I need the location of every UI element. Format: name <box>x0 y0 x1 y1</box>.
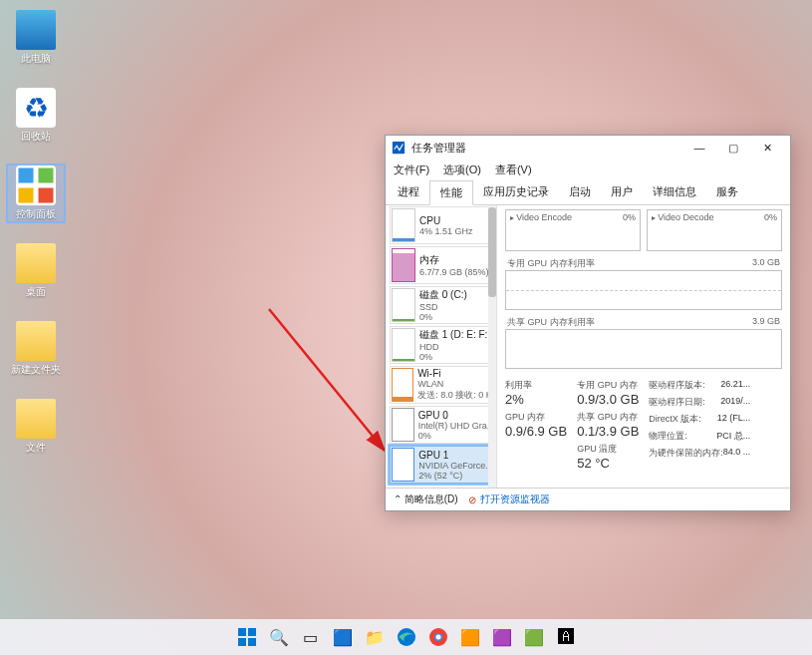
shared-gpu-memory-chart[interactable] <box>505 329 782 369</box>
titlebar[interactable]: 任务管理器 — ▢ ✕ <box>386 136 790 160</box>
wifi-thumb <box>392 368 413 402</box>
desktop-icon-folder3[interactable]: 文件 <box>8 399 64 455</box>
svg-rect-0 <box>19 168 34 183</box>
start-button[interactable] <box>234 624 260 650</box>
sidebar-sub: 2% (52 °C) <box>418 471 490 481</box>
tab-users[interactable]: 用户 <box>601 180 643 204</box>
desktop-label: 此电脑 <box>21 52 51 66</box>
tab-app-history[interactable]: 应用历史记录 <box>473 180 559 204</box>
kv-key: 物理位置: <box>649 430 687 443</box>
desktop-icon-recycle[interactable]: ♻ 回收站 <box>8 88 64 144</box>
video-decode-chart[interactable]: Video Decode 0% <box>647 209 782 251</box>
svg-rect-8 <box>238 638 246 646</box>
tab-performance[interactable]: 性能 <box>429 180 473 205</box>
sidebar-gpu0[interactable]: GPU 0Intel(R) UHD Gra...0% <box>390 406 492 444</box>
desktop-icon-control[interactable]: 控制面板 <box>8 165 64 221</box>
maximize-button[interactable]: ▢ <box>716 136 750 160</box>
sidebar-title: 内存 <box>419 253 489 267</box>
sidebar-memory[interactable]: 内存6.7/7.9 GB (85%) <box>390 246 492 284</box>
sidebar-title: GPU 0 <box>418 410 490 421</box>
sidebar-sub: SSD <box>419 302 467 312</box>
control-panel-icon <box>16 165 56 205</box>
fewer-details-label: 简略信息(D) <box>405 493 458 504</box>
cpu-thumb <box>392 208 415 242</box>
svg-rect-5 <box>393 142 405 154</box>
desktop-icon-folder2[interactable]: 新建文件夹 <box>8 321 64 377</box>
folder-icon <box>16 399 56 439</box>
sidebar-sub: 4% 1.51 GHz <box>419 226 473 236</box>
kv-key: 驱动程序版本: <box>649 379 705 392</box>
memory-thumb <box>392 248 415 282</box>
search-icon[interactable]: 🔍 <box>266 624 292 650</box>
desktop-icons: 此电脑 ♻ 回收站 控制面板 桌面 新建文件夹 文件 <box>8 10 64 455</box>
sidebar-wifi[interactable]: Wi-FiWLAN发送: 8.0 接收: 0 Kb <box>390 366 492 404</box>
sidebar-title: GPU 1 <box>418 450 490 461</box>
svg-line-4 <box>269 309 385 451</box>
kv-key: 为硬件保留的内存: <box>649 447 723 460</box>
desktop-icon-pc[interactable]: 此电脑 <box>8 10 64 66</box>
sidebar-sub: Intel(R) UHD Gra... <box>418 421 490 431</box>
edge-icon[interactable] <box>394 624 419 650</box>
chart-label: Video Decode <box>652 212 714 222</box>
chart-pct: 0% <box>623 212 636 222</box>
tab-startup[interactable]: 启动 <box>559 180 601 204</box>
chrome-icon[interactable] <box>425 624 451 650</box>
svg-rect-3 <box>39 188 54 203</box>
close-button[interactable]: ✕ <box>750 136 784 160</box>
desktop-label: 新建文件夹 <box>11 363 61 377</box>
svg-rect-1 <box>39 168 54 183</box>
tab-processes[interactable]: 进程 <box>388 180 429 204</box>
chart-label: Video Encode <box>510 212 572 222</box>
menu-options[interactable]: 选项(O) <box>443 163 481 177</box>
section-label: 专用 GPU 内存利用率 <box>507 257 595 270</box>
window-footer: ⌃ 简略信息(D) ⊘打开资源监视器 <box>386 488 790 510</box>
kv-key: 驱动程序日期: <box>649 396 705 409</box>
open-resource-monitor-link[interactable]: ⊘打开资源监视器 <box>468 492 550 506</box>
sidebar-disk0[interactable]: 磁盘 0 (C:)SSD0% <box>390 286 492 324</box>
explorer-icon[interactable]: 📁 <box>362 624 388 650</box>
sidebar-gpu1[interactable]: GPU 1NVIDIA GeForce...2% (52 °C) <box>390 446 492 484</box>
sidebar-sub: 0% <box>418 431 490 441</box>
fewer-details-toggle[interactable]: ⌃ 简略信息(D) <box>394 492 458 506</box>
stat-value: 2% <box>505 392 567 407</box>
tabstrip: 进程 性能 应用历史记录 启动 用户 详细信息 服务 <box>386 180 790 205</box>
stat-value: 0.1/3.9 GB <box>577 424 639 439</box>
kv-key: DirectX 版本: <box>649 413 701 426</box>
stat-label: 专用 GPU 内存 <box>577 379 639 392</box>
sidebar-sub: 0% <box>419 312 467 322</box>
app-icon[interactable]: 🟩 <box>521 624 547 650</box>
menu-file[interactable]: 文件(F) <box>394 163 429 177</box>
tab-details[interactable]: 详细信息 <box>643 180 706 204</box>
pc-icon <box>16 10 56 50</box>
sidebar-scrollbar[interactable] <box>488 205 496 488</box>
sidebar-cpu[interactable]: CPU4% 1.51 GHz <box>390 206 492 244</box>
kv-val: 26.21... <box>720 379 750 392</box>
svg-rect-7 <box>248 628 256 636</box>
taskview-icon[interactable]: ▭ <box>298 624 324 650</box>
minimize-button[interactable]: — <box>682 136 716 160</box>
desktop-icon-folder1[interactable]: 桌面 <box>8 243 64 299</box>
sidebar-title: 磁盘 1 (D: E: F: <box>419 328 487 342</box>
app-icon[interactable]: 🟧 <box>457 624 483 650</box>
sidebar-sub: 6.7/7.9 GB (85%) <box>419 267 489 277</box>
section-max: 3.9 GB <box>752 316 780 329</box>
window-body: CPU4% 1.51 GHz 内存6.7/7.9 GB (85%) 磁盘 0 (… <box>386 205 790 488</box>
stats-grid: 利用率2% GPU 内存0.9/6.9 GB 专用 GPU 内存0.9/3.0 … <box>505 379 782 471</box>
tab-services[interactable]: 服务 <box>706 180 748 204</box>
taskbar: 🔍 ▭ 🟦 📁 🟧 🟪 🟩 🅰 <box>0 619 812 655</box>
dedicated-gpu-memory-chart[interactable] <box>505 270 782 310</box>
menu-view[interactable]: 查看(V) <box>495 163 532 177</box>
stat-value: 0.9/3.0 GB <box>577 392 639 407</box>
gpu-thumb <box>392 408 414 442</box>
sidebar-title: 磁盘 0 (C:) <box>419 288 467 302</box>
sidebar-disk1[interactable]: 磁盘 1 (D: E: F:HDD0% <box>390 326 492 364</box>
desktop-label: 回收站 <box>21 130 51 144</box>
kv-val: 12 (FL... <box>717 413 751 426</box>
sidebar-title: Wi-Fi <box>417 368 490 379</box>
sidebar-sub: NVIDIA GeForce... <box>418 461 490 471</box>
app-icon[interactable]: 🅰 <box>553 624 579 650</box>
video-encode-chart[interactable]: Video Encode 0% <box>505 209 641 251</box>
widgets-icon[interactable]: 🟦 <box>330 624 356 650</box>
sidebar-sub: 0% <box>419 352 487 362</box>
app-icon[interactable]: 🟪 <box>489 624 515 650</box>
